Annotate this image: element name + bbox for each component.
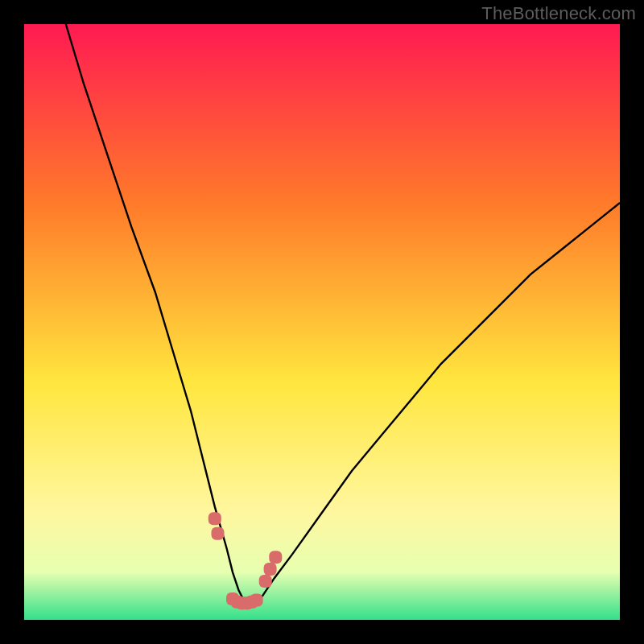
curve-marker bbox=[212, 527, 225, 540]
curve-marker bbox=[208, 512, 221, 525]
plot-area bbox=[24, 24, 620, 620]
chart-frame: { "watermark": "TheBottleneck.com", "col… bbox=[0, 0, 644, 644]
curve-marker bbox=[269, 551, 282, 564]
watermark-text: TheBottleneck.com bbox=[481, 3, 636, 24]
gradient-background bbox=[24, 24, 620, 620]
chart-svg bbox=[24, 24, 620, 620]
curve-marker bbox=[250, 594, 263, 607]
curve-marker bbox=[259, 575, 272, 588]
curve-marker bbox=[264, 563, 277, 576]
